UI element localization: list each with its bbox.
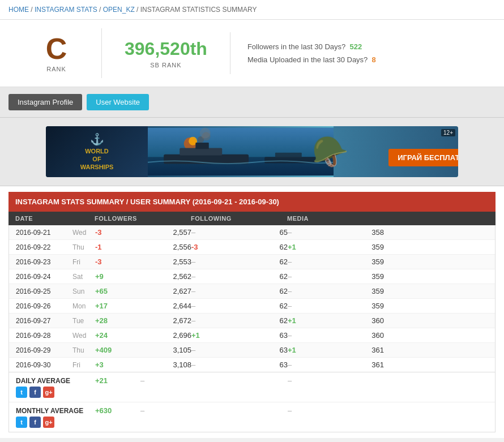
breadcrumb-current: INSTAGRAM STATISTICS SUMMARY [140,6,257,14]
stats-box: Followers in the last 30 Days? 522 Media… [230,37,393,70]
ad-logo-icon: ⚓ [90,132,104,146]
row-date: 2016-09-26 [16,302,72,310]
daily-avg-twitter[interactable]: t [16,387,27,398]
row-followers-delta: +3 [95,361,140,369]
col-following-total [242,215,287,222]
table-row: 2016-09-26 Mon +17 2,644 – 62 – 359 [9,299,495,314]
column-headers: DATE FOLLOWERS FOLLOWING MEDIA [8,212,496,225]
row-followers-total: 2,556 [140,243,191,251]
row-following-delta: -3 [191,243,237,251]
row-followers-total: 2,627 [140,287,191,295]
row-media-delta: – [288,361,333,369]
instagram-profile-button[interactable]: Instagram Profile [8,94,82,110]
row-followers-delta: +409 [95,346,140,354]
col-followers: FOLLOWERS [95,215,146,222]
row-followers-delta: -3 [95,228,140,237]
row-following-total: 62 [237,258,288,266]
row-following-delta: – [191,346,237,354]
row-following-total: 63 [237,346,288,354]
row-following-total: 62 [237,316,288,325]
svg-rect-11 [275,153,302,158]
monthly-avg-social: t f g+ [16,417,488,428]
rank-letter: C [46,34,67,63]
svg-rect-1 [148,128,334,157]
ad-play-button[interactable]: ИГРАЙ БЕСПЛАТНО [388,149,458,166]
daily-avg-dash2: – [288,376,390,385]
daily-avg-label: DAILY AVERAGE [16,377,95,385]
monthly-avg-dash1: – [140,406,242,415]
col-following: FOLLOWING [191,215,242,222]
buttons-section: Instagram Profile User Website [0,87,504,118]
sb-rank-box: 396,520th SB RANK [102,32,230,74]
row-following-delta: – [191,228,237,237]
row-media-total: 361 [333,346,384,354]
rank-section: C RANK 396,520th SB RANK Followers in th… [0,20,504,87]
monthly-avg-row: MONTHLY AVERAGE +630 – – t f g+ [9,402,495,432]
row-followers-total: 3,105 [140,346,191,354]
monthly-avg-facebook[interactable]: f [29,417,41,428]
monthly-avg-google[interactable]: g+ [43,417,54,428]
summary-section: DAILY AVERAGE +21 – – t f g+ MONTHLY AVE… [8,372,496,432]
row-followers-total: 2,644 [140,302,191,310]
ad-center [148,126,334,177]
row-media-total: 359 [333,258,384,266]
row-date: 2016-09-29 [16,346,72,354]
row-media-total: 359 [333,243,384,251]
followers-stat: Followers in the last 30 Days? 522 [247,42,376,51]
row-followers-total: 3,108 [140,361,191,369]
svg-rect-6 [195,143,208,149]
breadcrumb-instagram-stats[interactable]: INSTAGRAM STATS [35,6,97,14]
row-media-total: 360 [333,331,384,340]
table-row: 2016-09-24 Sat +9 2,562 – 62 – 359 [9,269,495,284]
row-day: Fri [72,258,95,266]
row-day: Mon [72,302,95,310]
ad-age: 12+ [441,129,455,136]
breadcrumb-open-kz[interactable]: OPEN_KZ [103,6,135,14]
row-followers-delta: +17 [95,302,140,310]
row-date: 2016-09-25 [16,287,72,295]
row-following-total: 62 [237,243,288,251]
user-website-button[interactable]: User Website [87,94,149,110]
ad-left: ⚓ WORLDOFWARSHIPS [46,126,148,177]
rank-label: RANK [46,66,66,72]
sb-rank-number: 396,520th [125,38,207,59]
row-followers-delta: -3 [95,258,140,266]
col-media: MEDIA [287,215,338,222]
row-followers-total: 2,553 [140,258,191,266]
row-media-delta: – [288,258,333,266]
row-following-total: 62 [237,302,288,310]
ad-right: 12+ 🪖 ИГРАЙ БЕСПЛАТНО [334,126,458,177]
col-date-spacer [72,215,95,222]
row-following-delta: – [191,361,237,369]
row-following-delta: – [191,258,237,266]
daily-avg-facebook[interactable]: f [29,387,41,398]
row-day: Sat [72,273,95,281]
svg-rect-5 [180,148,222,155]
main-content: INSTAGRAM STATS SUMMARY / USER SUMMARY (… [0,186,504,438]
row-followers-delta: +24 [95,331,140,340]
row-followers-delta: +65 [95,287,140,295]
table-row: 2016-09-28 Wed +24 2,696 +1 63 – 360 [9,328,495,343]
row-followers-total: 2,562 [140,272,191,281]
daily-avg-google[interactable]: g+ [43,387,54,398]
media-label: Media Uploaded in the last 30 Days? [247,55,368,64]
row-media-delta: – [288,228,333,237]
daily-avg-social: t f g+ [16,387,488,398]
row-date: 2016-09-27 [16,317,72,325]
breadcrumb-home[interactable]: HOME [8,6,29,14]
row-date: 2016-09-30 [16,361,72,369]
monthly-avg-followers: +630 [95,406,140,415]
table-row: 2016-09-21 Wed -3 2,557 – 65 – 358 [9,225,495,240]
monthly-avg-twitter[interactable]: t [16,417,27,428]
row-media-delta: +1 [288,243,333,251]
row-following-total: 65 [237,228,288,237]
col-followers-total [146,215,191,222]
row-following-delta: – [191,287,237,295]
table-row: 2016-09-29 Thu +409 3,105 – 63 +1 361 [9,343,495,358]
table-row: 2016-09-30 Fri +3 3,108 – 63 – 361 [9,358,495,372]
row-media-total: 359 [333,272,384,281]
ad-section: ⚓ WORLDOFWARSHIPS [0,118,504,186]
row-media-delta: – [288,287,333,295]
ad-logo-text: WORLDOFWARSHIPS [80,147,114,171]
table-row: 2016-09-22 Thu -1 2,556 -3 62 +1 359 [9,240,495,255]
